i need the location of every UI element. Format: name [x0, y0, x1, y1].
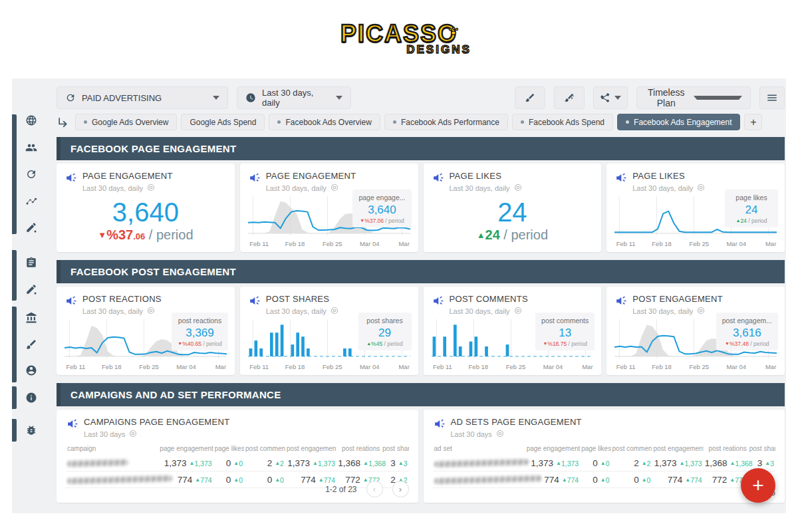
section-header-campaigns-adsets: CAMPAIGNS AND AD SET PERFORMANCE [57, 383, 785, 406]
tab-facebook-ads-performance[interactable]: Facebook Ads Performance [384, 114, 508, 130]
target-icon [496, 430, 504, 439]
sidebar-paid-advertising-icon[interactable] [25, 168, 37, 180]
sidebar-report-icon[interactable] [25, 257, 37, 269]
tab-facebook-ads-engagement[interactable]: Facebook Ads Engagement [617, 114, 740, 130]
menu-button[interactable] [759, 86, 785, 109]
card-title: PAGE ENGAGEMENT [266, 171, 356, 181]
megaphone-icon [433, 418, 446, 430]
add-tab-button[interactable]: + [744, 114, 762, 130]
date-range-label: Last 30 days, daily [262, 88, 330, 108]
sidebar-bug-icon[interactable] [25, 424, 37, 436]
report-scope-label: PAID ADVERTISING [82, 93, 162, 103]
target-icon [514, 184, 522, 193]
x-axis-labels: Feb 11Feb 18Feb 25Mar 04Mar 11 [65, 363, 227, 371]
sidebar-edit-icon[interactable] [25, 221, 37, 233]
card-post-shares: POST SHARES Last 30 days, daily Feb 11Fe… [240, 287, 418, 375]
brand-name: PICASSO [340, 20, 458, 48]
megaphone-icon [614, 172, 627, 184]
brand-logo: PICASSO DESIGNS [0, 20, 798, 57]
page-engagement-cards: PAGE ENGAGEMENT Last 30 days, daily 3,64… [57, 164, 785, 252]
card-page-likes-chart: PAGE LIKES Last 30 days, daily Feb 11Feb… [606, 164, 785, 252]
tab-facebook-ads-overview[interactable]: Facebook Ads Overview [269, 114, 380, 130]
sidebar-audiences-icon[interactable] [25, 142, 37, 154]
table-row: 774▲774 0▲0 0▲0 774▲774 772▲772 2▲2 [433, 471, 776, 488]
card-title: POST SHARES [266, 294, 338, 304]
kpi-value: 24 [424, 198, 602, 226]
megaphone-icon [614, 295, 627, 307]
tab-dot [626, 120, 629, 124]
sidebar [12, 78, 41, 513]
hamburger-icon [766, 92, 778, 104]
sidebar-globe-icon[interactable] [25, 114, 37, 126]
table-row: 1,373▲1,373 0▲0 2▲2 1,373▲1,373 1,368▲1,… [66, 455, 409, 471]
toolbar: PAID ADVERTISING Last 30 days, daily Tim… [57, 86, 785, 109]
campaigns-table-card: CAMPAIGNS PAGE ENGAGEMENT Last 30 days c… [57, 410, 418, 503]
target-icon [129, 430, 137, 439]
card-title: POST COMMENTS [450, 294, 529, 304]
card-subtitle: Last 30 days, daily [82, 307, 162, 316]
sidebar-group-bar [12, 250, 17, 301]
theme-brush-button[interactable] [515, 86, 545, 109]
chart-tooltip: post comments 13 ▼%18.75 / period [535, 313, 595, 350]
card-page-engagement-number: PAGE ENGAGEMENT Last 30 days, daily 3,64… [57, 164, 235, 252]
chart-tooltip: post shares 29 ▲%45 / period [358, 313, 412, 350]
chart-tooltip: page engage... 3,640 ▼%37.06 / period [352, 190, 411, 227]
tab-google-ads-spend[interactable]: Google Ads Spend [181, 114, 265, 130]
megaphone-icon [248, 172, 261, 184]
tab-google-ads-overview[interactable]: Google Ads Overview [75, 114, 177, 130]
chevron-down-icon [336, 96, 342, 100]
plan-label: Timeless Plan [645, 87, 688, 108]
card-subtitle: Last 30 days, daily [450, 307, 529, 316]
card-subtitle: Last 30 days, daily [266, 307, 338, 316]
card-page-likes-number: PAGE LIKES Last 30 days, daily 24 ▲24 / … [424, 164, 602, 252]
card-subtitle: Last 30 days, daily [450, 184, 522, 193]
report-scope-dropdown[interactable]: PAID ADVERTISING [57, 86, 228, 109]
sidebar-timeline-icon[interactable] [25, 195, 37, 207]
magic-design-button[interactable] [554, 86, 585, 109]
card-title: AD SETS PAGE ENGAGEMENT [451, 417, 582, 427]
add-widget-fab[interactable]: + [741, 468, 775, 503]
sidebar-bank-icon[interactable] [25, 312, 37, 324]
chevron-down-icon [614, 96, 621, 100]
adsets-table-card: AD SETS PAGE ENGAGEMENT Last 30 days ad … [424, 410, 785, 503]
card-subtitle: Last 30 days [451, 430, 582, 439]
brush-icon [525, 92, 535, 103]
tab-facebook-ads-spend[interactable]: Facebook Ads Spend [512, 114, 613, 130]
plan-dropdown[interactable]: Timeless Plan [636, 86, 751, 109]
target-icon [147, 184, 155, 193]
megaphone-icon [432, 295, 444, 307]
x-axis-labels: Feb 11Feb 18Feb 25Mar 04Mar 11 [248, 240, 410, 248]
chart-tooltip: post engagem... 3,616 ▼%37.48 / period [716, 313, 778, 350]
clock-icon [245, 92, 256, 103]
adsets-table: ad set page engagement page likes post c… [433, 443, 776, 488]
card-subtitle: Last 30 days, daily [632, 307, 723, 316]
sidebar-design-icon[interactable] [25, 283, 37, 295]
redacted-campaign-name [67, 460, 128, 467]
redacted-adset-name [434, 459, 528, 467]
target-icon [697, 184, 705, 193]
performance-tables: CAMPAIGNS PAGE ENGAGEMENT Last 30 days c… [57, 410, 785, 503]
sidebar-account-icon[interactable] [25, 364, 37, 376]
report-tabs: Google Ads Overview Google Ads Spend Fac… [57, 114, 785, 130]
share-button[interactable] [593, 86, 628, 109]
chart-tooltip: post reactions 3,369 ▼%40.65 / period [172, 313, 228, 350]
next-page-button[interactable]: › [392, 481, 409, 497]
card-subtitle: Last 30 days, daily [266, 184, 356, 193]
tab-dot [84, 120, 87, 124]
x-axis-labels: Feb 11Feb 18Feb 25Mar 04Mar 11 [432, 363, 594, 371]
chevron-down-icon [213, 96, 219, 100]
chevron-down-icon [694, 96, 743, 100]
redacted-adset-name [434, 475, 541, 484]
triangle-down-icon: ▼ [98, 230, 106, 240]
main-area: PAID ADVERTISING Last 30 days, daily Tim… [41, 78, 786, 513]
prev-page-button[interactable]: ‹ [366, 481, 383, 497]
x-axis-labels: Feb 11Feb 18Feb 25Mar 04Mar 11 [614, 363, 777, 371]
card-subtitle: Last 30 days [84, 430, 229, 439]
card-post-comments: POST COMMENTS Last 30 days, daily Feb 11… [424, 287, 602, 375]
megaphone-icon [65, 172, 77, 184]
date-range-dropdown[interactable]: Last 30 days, daily [237, 86, 351, 109]
target-icon [147, 307, 155, 316]
sidebar-info-icon[interactable] [25, 392, 37, 404]
sidebar-brush-icon[interactable] [25, 338, 37, 350]
share-icon [600, 92, 610, 103]
